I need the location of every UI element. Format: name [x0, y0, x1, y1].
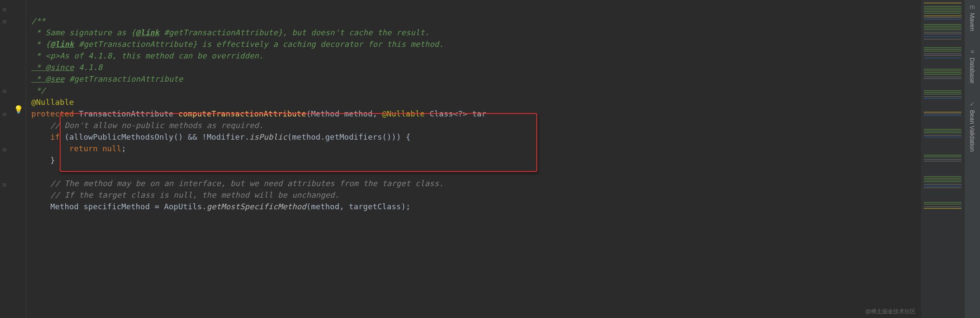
minimap-line: [924, 69, 962, 70]
minimap-line: [924, 72, 962, 73]
minimap-line: [924, 98, 962, 99]
minimap-line: [924, 187, 962, 188]
brace-close: }: [50, 156, 55, 165]
tool-maven[interactable]: m Maven: [969, 3, 976, 31]
fold-toggle-icon[interactable]: ⊟: [3, 146, 6, 153]
minimap-line: [924, 186, 962, 187]
intention-bulb-icon[interactable]: 💡: [14, 105, 23, 114]
bean-validation-icon: ✓: [970, 101, 975, 107]
watermark: @稀土掘金技术社区: [865, 308, 916, 315]
minimap-line: [924, 131, 962, 131]
code-area[interactable]: /** * Same signature as {@link #getTrans…: [26, 0, 921, 318]
tool-database[interactable]: ≡ Database: [969, 48, 976, 83]
method-return-type: TransactionAttribute: [79, 109, 178, 118]
minimap-line: [924, 204, 962, 205]
minimap-line: [924, 135, 962, 136]
javadoc-close: */: [31, 86, 46, 95]
minimap-line: [924, 96, 962, 97]
minimap-line: [924, 3, 962, 3]
fold-toggle-icon[interactable]: ⊟: [3, 88, 6, 95]
javadoc-link-tag: @link: [136, 28, 159, 37]
javadoc-since-value: 4.1.8: [74, 63, 102, 72]
minimap-line: [924, 94, 962, 95]
tool-label: Database: [969, 58, 976, 83]
minimap-line: [924, 76, 962, 77]
javadoc-line: * <p>As of 4.1.8, this method can be ove…: [31, 51, 264, 60]
minimap-line: [924, 17, 962, 18]
minimap-line: [924, 47, 962, 48]
method-modifier: protected: [31, 109, 79, 118]
minimap-line: [924, 8, 962, 9]
static-call-getMostSpecificMethod: getMostSpecificMethod: [207, 202, 306, 211]
minimap[interactable]: [921, 0, 964, 318]
minimap-line: [924, 39, 962, 40]
tool-label: Maven: [969, 13, 976, 31]
minimap-line: [924, 159, 962, 160]
minimap-line: [924, 74, 962, 75]
minimap-line: [924, 36, 962, 37]
javadoc-see-value: #getTransactionAttribute: [64, 74, 183, 83]
javadoc-text: }, but doesn't cache the result.: [278, 28, 429, 37]
minimap-line: [924, 132, 962, 133]
javadoc-line: * Same signature as {: [31, 28, 136, 37]
keyword-return: return null: [69, 144, 121, 153]
if-condition-a: (allowPublicMethodsOnly() && !Modifier.: [64, 132, 249, 141]
minimap-line: [924, 156, 962, 157]
comment-line: // If the target class is null, the meth…: [50, 190, 339, 199]
minimap-line: [924, 24, 962, 25]
gutter: 💡 ⊟⊟⊟⊟⊟⊟: [0, 0, 26, 318]
javadoc-open: /**: [31, 16, 46, 25]
minimap-line: [924, 178, 962, 179]
minimap-line: [924, 19, 962, 20]
method-param1: (Method method,: [306, 109, 382, 118]
database-icon: ≡: [971, 48, 974, 55]
javadoc-line: * {: [31, 40, 50, 49]
minimap-line: [924, 26, 962, 27]
maven-icon: m: [970, 3, 975, 10]
keyword-if: if: [50, 132, 64, 141]
fold-toggle-icon[interactable]: ⊟: [3, 18, 6, 25]
annotation-nullable: @Nullable: [31, 98, 74, 107]
minimap-line: [924, 161, 962, 162]
minimap-line: [924, 28, 962, 28]
minimap-line: [924, 90, 962, 91]
minimap-line: [924, 206, 962, 207]
minimap-line: [924, 202, 962, 203]
method-name: computeTransactionAttribute: [178, 109, 306, 118]
tool-bean-validation[interactable]: ✓ Bean Validation: [969, 101, 976, 152]
minimap-line: [924, 13, 962, 14]
javadoc-link-target: #getTransactionAttribute: [159, 28, 278, 37]
fold-toggle-icon[interactable]: ⊟: [3, 6, 6, 13]
minimap-line: [924, 53, 962, 54]
comment-line: // The method may be on an interface, bu…: [50, 179, 444, 188]
minimap-line: [924, 55, 962, 56]
javadoc-link-target: #getTransactionAttribute: [74, 40, 192, 49]
minimap-line: [924, 32, 962, 33]
minimap-line: [924, 129, 962, 130]
fold-toggle-icon[interactable]: ⊟: [3, 111, 6, 118]
minimap-line: [924, 15, 962, 16]
javadoc-since-tag: * @since: [31, 63, 74, 72]
minimap-line: [924, 184, 962, 185]
minimap-line: [924, 137, 962, 138]
method-param2: Class<?> tar: [425, 109, 486, 118]
minimap-line: [924, 34, 962, 34]
minimap-line: [924, 181, 962, 182]
minimap-line: [924, 176, 962, 177]
minimap-line: [924, 70, 962, 71]
if-condition-b: (method.getModifiers())) {: [287, 132, 411, 141]
minimap-line: [924, 49, 962, 50]
minimap-line: [924, 92, 962, 93]
right-toolbar: m Maven ≡ Database ✓ Bean Validation: [964, 0, 980, 318]
tool-label: Bean Validation: [969, 110, 976, 152]
minimap-line: [924, 112, 962, 113]
minimap-line: [924, 78, 962, 79]
minimap-line: [924, 51, 962, 52]
minimap-line: [924, 155, 962, 156]
minimap-line: [924, 9, 962, 10]
stmt-specific-b: (method, targetClass);: [306, 202, 411, 211]
minimap-line: [924, 58, 962, 58]
javadoc-text: } is effectively a caching decorator for…: [192, 40, 444, 49]
fold-toggle-icon[interactable]: ⊟: [3, 181, 6, 188]
editor-root: 💡 ⊟⊟⊟⊟⊟⊟ /** * Same signature as {@link …: [0, 0, 980, 318]
